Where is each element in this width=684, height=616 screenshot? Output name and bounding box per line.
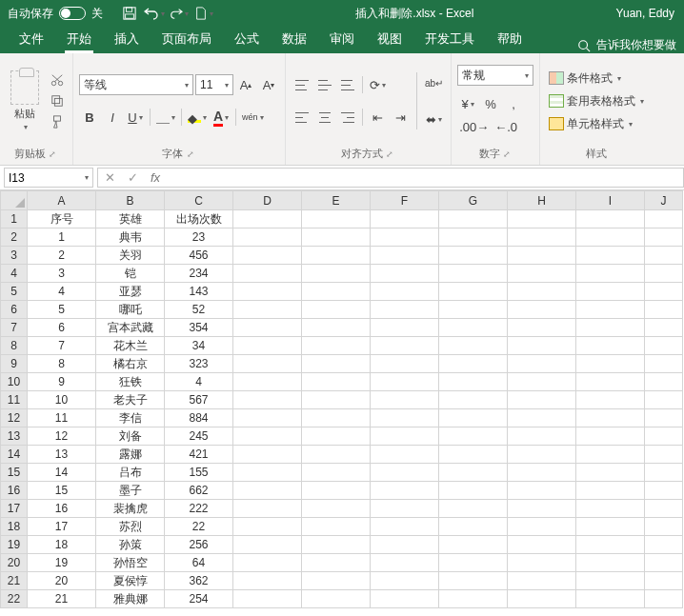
cell[interactable] (233, 427, 302, 446)
cell[interactable] (302, 319, 371, 337)
cell[interactable] (645, 554, 683, 572)
cell[interactable]: 橘右京 (96, 355, 165, 373)
cell[interactable]: 21 (28, 590, 96, 608)
tab-formulas[interactable]: 公式 (223, 25, 271, 53)
column-header-I[interactable]: I (576, 191, 645, 210)
cell[interactable]: 孙悟空 (96, 554, 165, 572)
cell[interactable] (233, 572, 302, 590)
cell[interactable] (645, 427, 683, 446)
cell[interactable]: 18 (28, 536, 96, 554)
cell[interactable]: 9 (28, 373, 96, 391)
cell[interactable] (508, 409, 576, 427)
row-header[interactable]: 19 (1, 536, 28, 554)
cell[interactable]: 7 (28, 337, 96, 355)
cell[interactable] (645, 229, 683, 247)
row-header[interactable]: 11 (1, 391, 28, 409)
cell[interactable] (371, 265, 439, 283)
tab-view[interactable]: 视图 (366, 25, 413, 53)
cell[interactable] (439, 391, 508, 409)
row-header[interactable]: 2 (1, 229, 28, 247)
cell[interactable] (439, 518, 508, 536)
cell[interactable]: 23 (165, 229, 233, 247)
cell[interactable] (439, 572, 508, 590)
cell[interactable] (576, 229, 645, 247)
tab-insert[interactable]: 插入 (103, 25, 151, 53)
row-header[interactable]: 16 (1, 482, 28, 500)
row-header[interactable]: 10 (1, 373, 28, 391)
row-header[interactable]: 6 (1, 301, 28, 319)
cell[interactable]: 14 (28, 464, 96, 482)
cell[interactable] (233, 355, 302, 373)
cell[interactable]: 34 (165, 337, 233, 355)
cell[interactable] (302, 427, 371, 446)
column-header-G[interactable]: G (439, 191, 508, 210)
cell[interactable] (302, 247, 371, 265)
cell[interactable]: 孙策 (96, 536, 165, 554)
cell[interactable] (302, 391, 371, 409)
cell[interactable] (576, 554, 645, 572)
cell[interactable]: 354 (165, 319, 233, 337)
comma-format-button[interactable]: , (503, 93, 524, 114)
autosave-toggle[interactable]: 自动保存 关 (0, 6, 111, 22)
cell[interactable] (302, 446, 371, 464)
cell[interactable]: 16 (28, 500, 96, 518)
cell[interactable]: 245 (165, 427, 233, 446)
align-bottom-button[interactable] (337, 74, 358, 95)
row-header[interactable]: 8 (1, 337, 28, 355)
cell[interactable] (508, 283, 576, 301)
cell[interactable] (508, 391, 576, 409)
cell[interactable]: 李信 (96, 409, 165, 427)
cell[interactable] (508, 500, 576, 518)
cell[interactable] (576, 427, 645, 446)
cell[interactable]: 出场次数 (165, 210, 233, 229)
tab-file[interactable]: 文件 (8, 25, 55, 53)
underline-button[interactable]: U▾ (125, 107, 146, 128)
row-header[interactable]: 1 (1, 210, 28, 229)
cell[interactable]: 254 (165, 590, 233, 608)
row-header[interactable]: 4 (1, 265, 28, 283)
cell[interactable] (371, 464, 439, 482)
cell[interactable]: 12 (28, 427, 96, 446)
cell[interactable]: 2 (28, 247, 96, 265)
percent-format-button[interactable]: % (480, 93, 501, 114)
cell[interactable] (576, 536, 645, 554)
cell[interactable]: 4 (28, 283, 96, 301)
cell[interactable] (645, 337, 683, 355)
fill-color-button[interactable]: ◆▾ (186, 107, 209, 128)
row-header[interactable]: 9 (1, 355, 28, 373)
cell[interactable] (233, 500, 302, 518)
cell[interactable] (371, 355, 439, 373)
accounting-format-button[interactable]: ¥▾ (457, 93, 478, 114)
increase-indent-button[interactable]: ⇥ (390, 107, 411, 128)
font-launcher[interactable]: ⤢ (187, 149, 196, 159)
cell[interactable] (371, 301, 439, 319)
cell[interactable] (302, 355, 371, 373)
cell[interactable] (371, 409, 439, 427)
cell[interactable] (439, 210, 508, 229)
cell[interactable] (645, 319, 683, 337)
cell[interactable] (645, 446, 683, 464)
cell[interactable] (371, 572, 439, 590)
format-painter-button[interactable] (48, 112, 67, 131)
cell[interactable] (439, 247, 508, 265)
column-header-E[interactable]: E (302, 191, 371, 210)
cell[interactable] (302, 301, 371, 319)
increase-font-button[interactable]: A▴ (235, 74, 256, 95)
column-header-H[interactable]: H (508, 191, 576, 210)
cell[interactable] (508, 464, 576, 482)
insert-function-button[interactable]: fx (144, 169, 167, 187)
cell[interactable] (439, 373, 508, 391)
row-header[interactable]: 13 (1, 427, 28, 446)
cell[interactable] (439, 482, 508, 500)
tab-home[interactable]: 开始 (55, 25, 103, 53)
tab-data[interactable]: 数据 (271, 25, 318, 53)
number-format-combo[interactable]: 常规▾ (457, 65, 533, 86)
cell[interactable] (508, 301, 576, 319)
cell[interactable] (302, 572, 371, 590)
increase-decimal-button[interactable]: .00→ (457, 116, 491, 137)
cell-styles-button[interactable]: 单元格样式▾ (546, 113, 647, 134)
cell[interactable]: 323 (165, 355, 233, 373)
align-top-button[interactable] (292, 74, 312, 95)
column-header-C[interactable]: C (165, 191, 233, 210)
cell[interactable] (233, 482, 302, 500)
